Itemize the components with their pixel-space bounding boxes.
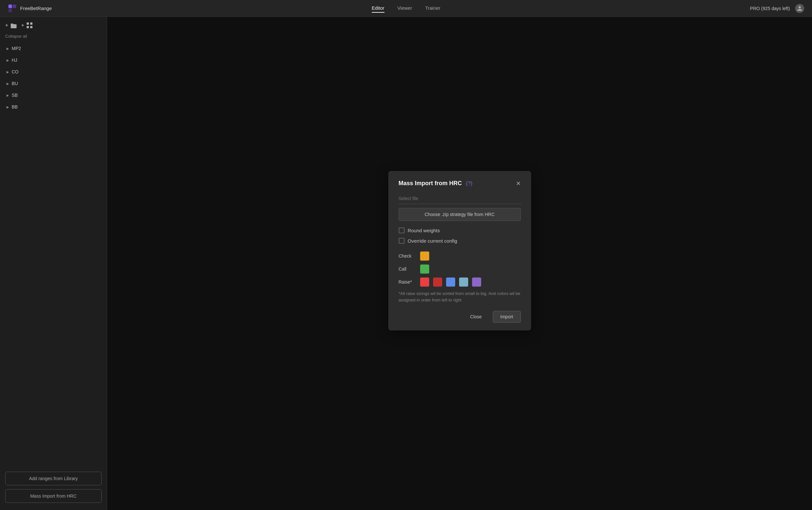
raise-color-swatch-2[interactable] (433, 277, 442, 286)
svg-rect-0 (8, 4, 12, 8)
file-select-area: Select file Choose .zip strategy file fr… (399, 196, 521, 221)
raise-color-swatch-4[interactable] (459, 277, 468, 286)
raise-color-swatch-5[interactable] (472, 277, 481, 286)
mass-import-hrc-button[interactable]: Mass Import from HRC (5, 489, 101, 503)
svg-rect-1 (13, 4, 16, 8)
modal-title-area: Mass Import from HRC (?) (399, 180, 473, 187)
modal-footer: Close Import (399, 311, 521, 322)
override-config-label: Override current config (408, 238, 457, 244)
close-modal-button[interactable]: Close (463, 311, 489, 322)
sidebar-item-sb[interactable]: ▶ SB (0, 89, 107, 101)
nav-right: PRO (925 days left) (750, 4, 804, 13)
chevron-right-icon: ▶ (6, 47, 9, 50)
raise-note: *All raise sizings wil be sorted from sm… (399, 290, 521, 303)
add-ranges-library-button[interactable]: Add ranges from Library (5, 472, 101, 485)
call-color-row: Call (399, 264, 521, 274)
grid-icon (26, 22, 33, 29)
logo-area: FreeBetRange (8, 4, 52, 13)
override-config-checkbox[interactable] (399, 238, 404, 244)
collapse-all[interactable]: Collapse all (0, 34, 107, 42)
raise-color-swatch-1[interactable] (420, 277, 429, 286)
call-color-swatch[interactable] (420, 264, 429, 274)
mass-import-modal: Mass Import from HRC (?) ✕ Select file C… (388, 171, 531, 330)
content-area: Mass Import from HRC (?) ✕ Select file C… (107, 17, 812, 510)
sidebar-label-co: CO (12, 69, 19, 75)
choose-file-button[interactable]: Choose .zip strategy file from HRC (399, 208, 521, 221)
svg-rect-2 (8, 9, 12, 12)
check-label: Check (399, 253, 416, 259)
check-color-row: Check (399, 251, 521, 260)
sidebar-spacer (0, 113, 107, 470)
add-grid-button[interactable]: + (21, 22, 32, 29)
sidebar-label-bu: BU (12, 81, 18, 86)
raise-color-row: Raise* (399, 277, 521, 286)
sidebar-item-bb[interactable]: ▶ BB (0, 101, 107, 113)
help-link[interactable]: (?) (465, 180, 472, 187)
svg-rect-3 (27, 22, 29, 25)
sidebar-label-sb: SB (12, 92, 18, 98)
round-weights-checkbox[interactable] (399, 227, 404, 233)
tab-trainer[interactable]: Trainer (425, 4, 440, 13)
avatar-icon[interactable] (795, 4, 804, 13)
tab-viewer[interactable]: Viewer (397, 4, 412, 13)
nav-tabs: Editor Viewer Trainer (372, 4, 441, 13)
modal-title: Mass Import from HRC (399, 180, 462, 187)
logo-icon (8, 4, 17, 13)
check-color-swatch[interactable] (420, 251, 429, 260)
logo-text: FreeBetRange (20, 5, 52, 11)
chevron-right-icon: ▶ (6, 58, 9, 62)
close-button[interactable]: ✕ (516, 180, 521, 187)
sidebar-label-hj: HJ (12, 57, 17, 63)
call-label: Call (399, 266, 416, 272)
round-weights-label: Round weights (408, 228, 440, 233)
chevron-right-icon: ▶ (6, 70, 9, 74)
main-layout: + + Collapse all ▶ MP2 ▶ HJ (0, 17, 812, 510)
round-weights-row: Round weights (399, 227, 521, 233)
sidebar-label-mp2: MP2 (12, 46, 21, 51)
chevron-right-icon: ▶ (6, 105, 9, 109)
sidebar-item-bu[interactable]: ▶ BU (0, 78, 107, 89)
color-section: Check Call Raise* *All raise sizings wil… (399, 251, 521, 303)
svg-rect-5 (27, 26, 29, 28)
sidebar-item-mp2[interactable]: ▶ MP2 (0, 42, 107, 54)
raise-label: Raise* (399, 279, 416, 285)
raise-color-swatch-3[interactable] (446, 277, 455, 286)
modal-header: Mass Import from HRC (?) ✕ (399, 180, 521, 187)
file-select-placeholder: Select file (399, 196, 521, 204)
tab-editor[interactable]: Editor (372, 4, 384, 13)
svg-rect-4 (30, 22, 32, 25)
pro-status: PRO (925 days left) (750, 6, 790, 11)
svg-rect-6 (30, 26, 32, 28)
add-folder-button[interactable]: + (5, 22, 17, 29)
folder-icon (10, 22, 17, 28)
sidebar-item-co[interactable]: ▶ CO (0, 66, 107, 78)
import-button[interactable]: Import (493, 311, 521, 322)
sidebar-toolbar: + + (0, 22, 107, 34)
override-config-row: Override current config (399, 238, 521, 244)
chevron-right-icon: ▶ (6, 82, 9, 85)
sidebar-item-hj[interactable]: ▶ HJ (0, 54, 107, 66)
sidebar: + + Collapse all ▶ MP2 ▶ HJ (0, 17, 107, 510)
top-nav: FreeBetRange Editor Viewer Trainer PRO (… (0, 0, 812, 17)
sidebar-label-bb: BB (12, 104, 18, 110)
chevron-right-icon: ▶ (6, 93, 9, 97)
